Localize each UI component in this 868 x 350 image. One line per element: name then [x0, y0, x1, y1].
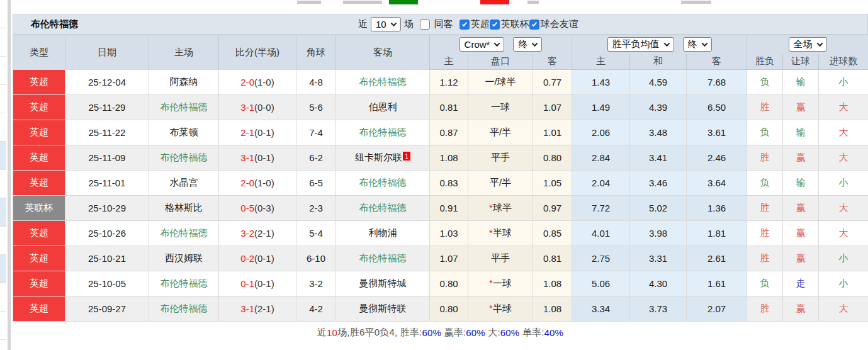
odds-home: 1.07 [430, 246, 468, 271]
match-date: 25-11-22 [65, 120, 149, 145]
avg-away-odds: 3.61 [687, 120, 747, 145]
odds-away: 0.81 [533, 246, 572, 271]
panel-divider [8, 0, 11, 350]
win-loss-result: 胜 [747, 221, 783, 246]
summary-record: 场,胜6平0负4, [337, 327, 400, 339]
adjacent-row [0, 255, 6, 283]
odds-state-select[interactable]: 终 [513, 37, 542, 52]
match-date: 25-11-09 [65, 145, 149, 171]
matches-table: 类型 日期 主场 比分(半场) 角球 客场 Crow* 终 [13, 35, 868, 322]
adjacent-row [0, 227, 6, 255]
summary-stat-value: 60% [466, 327, 485, 338]
halftime-score: (0-1) [254, 152, 274, 163]
league-epl-checkbox[interactable] [459, 20, 470, 30]
avg-draw-odds: 4.30 [630, 271, 687, 296]
score-cell: 3-1(2-1) [219, 296, 296, 322]
scope-value: 全场 [794, 38, 813, 50]
adjacent-row [0, 28, 6, 57]
league-cup-checkbox[interactable] [490, 20, 500, 30]
match-date: 25-10-21 [65, 246, 149, 271]
summary-stat-label: 胜率: [400, 327, 422, 339]
odds-home: 0.81 [430, 95, 468, 120]
check-icon [532, 21, 537, 26]
league-badge: 英联杯 [13, 196, 65, 221]
chevron-down-icon [390, 20, 397, 26]
handicap-result: 赢 [783, 246, 819, 271]
league-cup-label: 英联杯 [501, 18, 529, 30]
filter-bar: 近 10 场 同客 英超 英联杯 球会友谊 [358, 14, 578, 34]
table-row: 英超 25-10-21 西汉姆联 0-2(0-1) 6-10 布伦特福德 1.0… [13, 246, 868, 271]
away-team-cell: 伯恩利 [336, 95, 430, 120]
corner-score: 7-4 [296, 120, 336, 145]
summary-count: 10 [327, 327, 337, 338]
goals-result: 小 [819, 70, 868, 95]
halftime-score: (2-1) [254, 228, 274, 239]
table-row: 英超 25-12-04 阿森纳 2-0(1-0) 4-8 布伦特福德 1.12 … [13, 70, 868, 95]
handicap-result: 赢 [783, 196, 819, 221]
away-team: 曼彻斯特城 [359, 278, 407, 288]
fulltime-score: 3-1 [240, 152, 254, 163]
same-away-checkbox[interactable] [420, 20, 430, 30]
avg-draw-odds: 4.59 [630, 70, 687, 95]
away-team: 布伦特福德 [359, 252, 407, 263]
games-label: 场 [404, 18, 414, 30]
adjacent-row [0, 142, 6, 170]
summary-prefix: 近 [317, 327, 327, 339]
halftime-score: (0-1) [254, 127, 274, 138]
handicap-line: 平手 [468, 246, 533, 271]
score-cell: 2-0(1-0) [219, 70, 296, 95]
cropped-text-fragment [297, 1, 321, 4]
away-team-cell: 布伦特福德 [336, 246, 430, 271]
bookmaker-select[interactable]: Crow* [459, 37, 505, 52]
chevron-down-icon [816, 40, 823, 47]
odds-home: 1.08 [430, 145, 468, 171]
odds-home: 1.03 [430, 221, 468, 246]
win-loss-result: 负 [747, 120, 783, 145]
sub-col-odds-away: 客 [533, 54, 572, 70]
away-team-cell: 布伦特福德 [336, 171, 430, 196]
odds-away: 0.80 [533, 145, 572, 171]
away-team-cell: 曼彻斯特联 [336, 296, 430, 322]
avg-draw-odds: 5.02 [630, 196, 687, 221]
odds-select-group: Crow* 终 [430, 35, 572, 54]
goals-result: 小 [819, 271, 868, 296]
corner-score: 5-6 [296, 95, 336, 120]
halftime-score: (1-0) [254, 77, 274, 88]
win-loss-result: 胜 [747, 196, 783, 221]
odds-home: 0.80 [430, 271, 468, 296]
handicap-result: 输 [783, 70, 819, 95]
odds-home: 0.83 [430, 171, 468, 196]
avg-home-odds: 1.49 [572, 95, 630, 120]
summary-stat-value: 60% [422, 327, 441, 338]
friendly-checkbox[interactable] [529, 20, 539, 30]
handicap-line: 平/半 [468, 171, 533, 196]
recent-count-select[interactable]: 10 [371, 17, 401, 31]
avg-away-odds: 2.07 [687, 296, 747, 322]
win-loss-result: 胜 [747, 95, 783, 120]
chevron-down-icon [532, 40, 538, 47]
avg-select-group: 胜平负均值 终 [572, 35, 747, 54]
odds-away: 1.08 [533, 296, 572, 322]
away-team-cell: 布伦特福德 [336, 120, 430, 145]
win-loss-result: 负 [747, 171, 783, 196]
avg-state-select[interactable]: 终 [683, 37, 712, 52]
handicap-line: *半球 [468, 221, 533, 246]
chevron-down-icon [663, 40, 670, 47]
check-icon [462, 21, 467, 26]
same-away-label: 同客 [434, 18, 453, 30]
fulltime-score: 0-1 [240, 278, 254, 289]
adjacent-row [0, 283, 6, 312]
scope-select[interactable]: 全场 [789, 37, 827, 52]
away-team-cell: 纽卡斯尔联1 [336, 145, 430, 171]
title-bar: 布伦特福德 近 10 场 同客 英超 英联杯 球会友谊 [13, 14, 868, 35]
away-team-cell: 布伦特福德 [336, 70, 430, 95]
table-row: 英超 25-11-01 水晶宫 2-0(1-0) 6-5 布伦特福德 0.83 … [13, 171, 868, 196]
away-team: 纽卡斯尔联 [355, 152, 402, 162]
summary-bar: 近10场,胜6平0负4, 胜率:60% 赢率:60% 大:60% 单率:40% [13, 322, 868, 343]
score-cell: 2-0(1-0) [219, 171, 296, 196]
league-badge: 英超 [13, 145, 65, 171]
goals-result: 大 [819, 145, 868, 171]
avg-draw-odds: 4.39 [630, 95, 687, 120]
avg-type-select[interactable]: 胜平负均值 [607, 37, 674, 52]
corner-score: 6-10 [296, 246, 336, 271]
